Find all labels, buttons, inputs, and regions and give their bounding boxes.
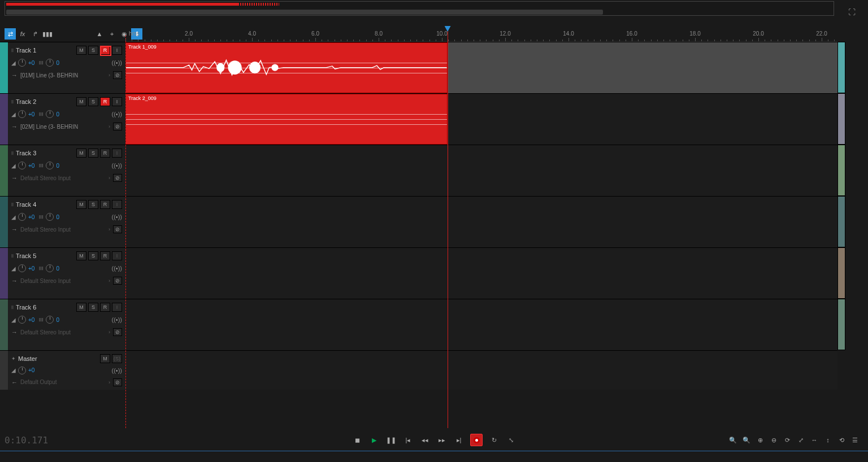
chevron-right-icon[interactable]: › bbox=[108, 124, 110, 129]
zoom-out-time-icon[interactable]: 🔍 bbox=[741, 435, 752, 445]
audio-clip[interactable]: Track 2_009 bbox=[125, 94, 448, 145]
monitor-input-button[interactable]: I bbox=[112, 149, 122, 158]
zoom-in-point-icon[interactable]: ↔ bbox=[809, 435, 819, 445]
mute-button[interactable]: M bbox=[76, 46, 86, 55]
playhead[interactable] bbox=[448, 27, 448, 428]
snap-icon[interactable]: ⌖ bbox=[106, 28, 118, 40]
overview-panel[interactable] bbox=[5, 1, 834, 16]
track-content[interactable] bbox=[125, 145, 837, 196]
track-header[interactable]: ⫴Track 6 M S R I ◢ +0 ⦀⦀ 0 ((•)) → Defau… bbox=[8, 299, 125, 350]
zoom-selection-icon[interactable]: ⤢ bbox=[796, 435, 806, 445]
track-name[interactable]: ⫴Track 2 bbox=[11, 98, 75, 105]
solo-button[interactable]: S bbox=[88, 149, 98, 158]
monitor-input-button[interactable]: I bbox=[112, 251, 122, 260]
volume-value[interactable]: +0 bbox=[28, 317, 34, 323]
zoom-out-point-icon[interactable]: ↕ bbox=[823, 435, 833, 445]
track-name[interactable]: ⫴Track 3 bbox=[11, 150, 75, 156]
volume-value[interactable]: +0 bbox=[28, 214, 34, 220]
go-to-end-button[interactable]: ▸| bbox=[453, 434, 465, 446]
zoom-out-amp-icon[interactable]: ⊖ bbox=[769, 435, 779, 445]
overview-scrollbar[interactable] bbox=[6, 10, 603, 15]
input-selector[interactable]: [02M] Line (3- BEHRIN bbox=[20, 124, 106, 130]
zoom-reset-icon[interactable]: ⟳ bbox=[782, 435, 792, 445]
timeline-ruler[interactable]: hms 2.04.06.08.010.012.014.016.018.020.0… bbox=[125, 27, 837, 42]
drag-handle-icon[interactable]: ⫴ bbox=[11, 150, 13, 156]
record-arm-button[interactable]: R bbox=[100, 251, 110, 260]
track-header[interactable]: ⫴Track 5 M S R I ◢ +0 ⦀⦀ 0 ((•)) → Defau… bbox=[8, 248, 125, 299]
chevron-right-icon[interactable]: › bbox=[108, 329, 110, 335]
pan-knob[interactable] bbox=[46, 162, 54, 169]
mute-button[interactable]: M bbox=[76, 303, 86, 312]
mute-button[interactable]: M bbox=[76, 149, 86, 158]
record-arm-button[interactable]: R bbox=[100, 46, 110, 55]
play-button[interactable]: ▶ bbox=[368, 434, 380, 446]
solo-button[interactable]: S bbox=[88, 251, 98, 260]
track-name[interactable]: ⫴Track 5 bbox=[11, 252, 75, 259]
phase-invert-button[interactable]: ⊘ bbox=[113, 225, 122, 233]
input-selector[interactable]: [01M] Line (3- BEHRIN bbox=[20, 72, 106, 79]
zoom-full-icon[interactable]: ⟲ bbox=[836, 435, 847, 445]
track-content[interactable]: Track 1_009 bbox=[125, 42, 837, 93]
loop-button[interactable]: ↻ bbox=[488, 434, 500, 446]
zoom-all-tracks-icon[interactable]: ☰ bbox=[850, 435, 860, 445]
track-name[interactable]: ✦Master bbox=[11, 355, 98, 362]
solo-button[interactable]: S bbox=[88, 200, 98, 209]
pan-knob[interactable] bbox=[46, 213, 54, 221]
track-color-bar[interactable] bbox=[0, 145, 8, 196]
fx-icon[interactable]: fx bbox=[17, 28, 28, 40]
drag-handle-icon[interactable]: ⫴ bbox=[11, 304, 13, 311]
mute-button[interactable]: M bbox=[76, 251, 86, 260]
chevron-right-icon[interactable]: › bbox=[108, 380, 110, 385]
volume-knob[interactable] bbox=[18, 367, 26, 374]
record-arm-button[interactable]: R bbox=[100, 97, 110, 106]
monitor-input-button[interactable]: I bbox=[112, 200, 122, 209]
input-selector[interactable]: Default Stereo Input bbox=[20, 175, 106, 181]
drag-handle-icon[interactable]: ⫴ bbox=[11, 99, 13, 105]
chevron-right-icon[interactable]: › bbox=[108, 278, 110, 284]
eq-icon[interactable]: ▮▮▮ bbox=[42, 28, 53, 40]
track-color-bar[interactable] bbox=[0, 299, 8, 350]
zoom-in-time-icon[interactable]: 🔍 bbox=[728, 435, 738, 445]
drag-handle-icon[interactable]: ⫴ bbox=[11, 47, 13, 54]
track-color-bar[interactable] bbox=[0, 42, 8, 93]
record-arm-button[interactable]: R bbox=[100, 303, 110, 312]
stop-button[interactable]: ◼ bbox=[351, 434, 363, 446]
pan-value[interactable]: 0 bbox=[56, 317, 59, 323]
track-color-bar[interactable] bbox=[0, 197, 8, 247]
volume-knob[interactable] bbox=[18, 213, 26, 221]
sends-icon[interactable]: ↱ bbox=[29, 28, 41, 40]
chevron-right-icon[interactable]: › bbox=[108, 175, 110, 181]
pause-button[interactable]: ❚❚ bbox=[385, 434, 397, 446]
metronome-icon[interactable]: ▲ bbox=[94, 28, 105, 40]
drag-handle-icon[interactable]: ⫴ bbox=[11, 253, 13, 259]
volume-knob[interactable] bbox=[18, 316, 26, 324]
track-header[interactable]: ⫴Track 1 M S R I ◢ +0 ⦀⦀ 0 ((•)) → [01M]… bbox=[8, 42, 125, 93]
track-name[interactable]: ⫴Track 6 bbox=[11, 304, 75, 311]
skip-selection-button[interactable]: ⤡ bbox=[505, 434, 517, 446]
pan-knob[interactable] bbox=[46, 110, 54, 118]
zoom-in-amp-icon[interactable]: ⊕ bbox=[755, 435, 765, 445]
solo-safe-button[interactable]: (S) bbox=[112, 354, 122, 363]
inputs-outputs-icon[interactable]: ⇄ bbox=[5, 28, 16, 40]
track-content[interactable] bbox=[125, 197, 837, 247]
pan-value[interactable]: 0 bbox=[56, 60, 59, 66]
pan-value[interactable]: 0 bbox=[56, 214, 59, 220]
mute-button[interactable]: M bbox=[76, 200, 86, 209]
mute-button[interactable]: M bbox=[100, 354, 110, 363]
track-content[interactable] bbox=[125, 248, 837, 299]
monitor-input-button[interactable]: I bbox=[112, 97, 122, 106]
volume-knob[interactable] bbox=[18, 162, 26, 169]
go-to-start-button[interactable]: |◂ bbox=[402, 434, 414, 446]
mute-button[interactable]: M bbox=[76, 97, 86, 106]
phase-invert-button[interactable]: ⊘ bbox=[113, 71, 122, 79]
track-name[interactable]: ⫴Track 4 bbox=[11, 201, 75, 208]
output-selector[interactable]: Default Output bbox=[20, 379, 106, 385]
phase-invert-button[interactable]: ⊘ bbox=[113, 277, 122, 285]
volume-value[interactable]: +0 bbox=[28, 60, 34, 66]
monitor-input-button[interactable]: I bbox=[112, 46, 122, 55]
solo-button[interactable]: S bbox=[88, 97, 98, 106]
record-arm-button[interactable]: R bbox=[100, 200, 110, 209]
track-header[interactable]: ⫴Track 3 M S R I ◢ +0 ⦀⦀ 0 ((•)) → Defau… bbox=[8, 145, 125, 196]
pan-value[interactable]: 0 bbox=[56, 265, 59, 272]
track-content[interactable] bbox=[125, 299, 837, 350]
